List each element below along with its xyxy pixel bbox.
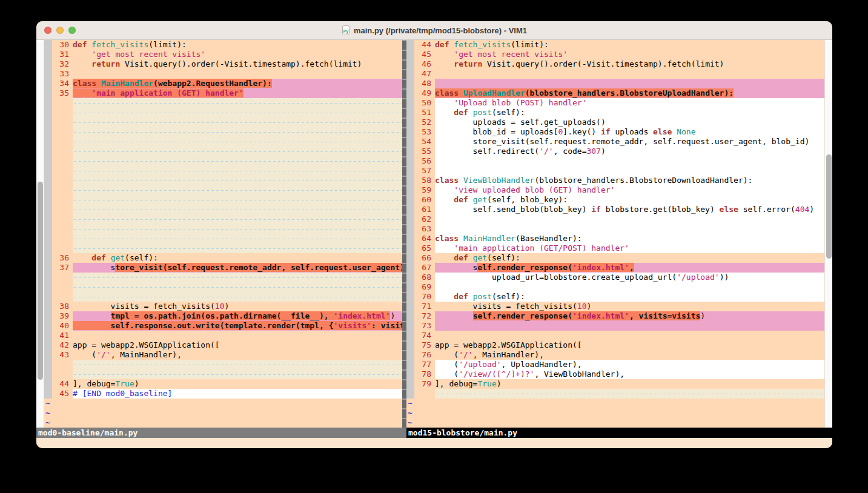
fold-column-cell (406, 214, 414, 224)
close-button[interactable] (44, 27, 51, 34)
window-title-group: Py main.py (/private/tmp/mod15-blobstore… (342, 25, 527, 35)
code-text (73, 69, 402, 79)
code-line[interactable]: 78 ('/view/([^/]+)?', ViewBlobHandler), (406, 369, 824, 379)
code-line[interactable]: 65 'main application (GET/POST) handler' (406, 243, 824, 253)
code-line[interactable]: 62 (406, 214, 824, 224)
code-line[interactable]: 36 def get(self): (44, 253, 402, 263)
code-line[interactable]: 51 def post(self): (406, 108, 824, 117)
code-line[interactable]: 44def fetch_visits(limit): (406, 40, 824, 50)
code-text: def post(self): (435, 292, 824, 302)
code-line[interactable]: 48 (406, 79, 824, 88)
code-line[interactable]: 43 ('/', MainHandler), (44, 350, 402, 360)
line-number (52, 156, 73, 166)
left-pane-buffer[interactable]: 30def fetch_visits(limit):31 'get most r… (44, 40, 402, 428)
code-line[interactable]: 71 visits = fetch_visits(10) (406, 302, 824, 311)
code-line[interactable]: 35 'main application (GET) handler' (44, 88, 402, 98)
fold-column-cell (44, 234, 52, 243)
code-line[interactable]: 37 store_visit(self.request.remote_addr,… (44, 263, 402, 273)
diff-filler-line: ----------------------------------------… (44, 195, 402, 205)
code-line[interactable]: 55 self.redirect('/', code=307) (406, 147, 824, 156)
fold-column-cell (44, 331, 52, 340)
code-line[interactable]: 69 (406, 282, 824, 292)
diff-filler-line: ----------------------------------------… (44, 156, 402, 166)
line-number: 63 (414, 224, 435, 234)
right-pane-buffer[interactable]: 44def fetch_visits(limit):45 'get most r… (406, 40, 824, 428)
code-text: upload_url=blobstore.create_upload_url('… (435, 273, 824, 282)
line-number (52, 292, 73, 302)
code-line[interactable]: 56 (406, 156, 824, 166)
minimize-button[interactable] (56, 27, 64, 34)
left-scrollbar-thumb[interactable] (38, 182, 43, 380)
title-bar[interactable]: Py main.py (/private/tmp/mod15-blobstore… (36, 21, 832, 40)
line-number: 47 (414, 69, 435, 79)
fold-column-cell (44, 369, 52, 379)
code-text: class MainHandler(BaseHandler): (435, 234, 824, 243)
code-line[interactable]: 58class ViewBlobHandler(blobstore_handle… (406, 176, 824, 185)
code-line[interactable]: 40 self.response.out.write(template.rend… (44, 321, 402, 331)
code-line[interactable]: 74 (406, 331, 824, 340)
fold-column-cell (406, 360, 414, 369)
code-text: app = webapp2.WSGIApplication([ (435, 340, 824, 350)
code-line[interactable]: 45# [END mod0_baseline] (44, 389, 402, 399)
code-line[interactable]: 63 (406, 224, 824, 234)
code-line[interactable]: 44], debug=True) (44, 379, 402, 389)
code-line[interactable]: 77 ('/upload', UploadHandler), (406, 360, 824, 369)
code-line[interactable]: 32 return Visit.query().order(-Visit.tim… (44, 59, 402, 69)
code-line[interactable]: 59 'view uploaded blob (GET) handler' (406, 185, 824, 195)
code-text: visits = fetch_visits(10) (435, 302, 824, 311)
code-line[interactable]: 49class UploadHandler(blobstore_handlers… (406, 88, 824, 98)
code-line[interactable]: 67 self.render_response('index.html', (406, 263, 824, 273)
code-line[interactable]: 34class MainHandler(webapp2.RequestHandl… (44, 79, 402, 88)
line-number (52, 360, 73, 369)
traffic-lights (44, 21, 76, 39)
code-line[interactable]: 54 store_visit(self.request.remote_addr,… (406, 137, 824, 147)
code-line[interactable]: 60 def get(self, blob_key): (406, 195, 824, 205)
code-line[interactable]: 33 (44, 69, 402, 79)
code-line[interactable]: 46 return Visit.query().order(-Visit.tim… (406, 59, 824, 69)
command-line[interactable] (36, 438, 832, 448)
line-number (52, 127, 73, 137)
code-line[interactable]: 76 ('/', MainHandler), (406, 350, 824, 360)
line-number: 61 (414, 205, 435, 214)
fold-column-cell (44, 185, 52, 195)
code-line[interactable]: 38 visits = fetch_visits(10) (44, 302, 402, 311)
code-line[interactable]: 42app = webapp2.WSGIApplication([ (44, 340, 402, 350)
code-line[interactable]: 50 'Upload blob (POST) handler' (406, 98, 824, 108)
line-number: 31 (52, 50, 73, 59)
filler-dashes: ----------------------------------------… (73, 108, 402, 117)
code-line[interactable]: 39 tmpl = os.path.join(os.path.dirname(_… (44, 311, 402, 321)
code-line[interactable]: 53 blob_id = uploads[0].key() if uploads… (406, 127, 824, 137)
line-number (52, 185, 73, 195)
line-number: 64 (414, 234, 435, 243)
right-scrollbar[interactable] (824, 40, 832, 428)
fold-column-cell (406, 127, 414, 137)
right-scrollbar-thumb[interactable] (826, 154, 832, 259)
code-line[interactable]: 41 (44, 331, 402, 340)
code-line[interactable]: 79], debug=True) (406, 379, 824, 389)
code-line[interactable]: 64class MainHandler(BaseHandler): (406, 234, 824, 243)
filler-dashes: ----------------------------------------… (73, 176, 402, 185)
code-line[interactable]: 30def fetch_visits(limit): (44, 40, 402, 50)
code-line[interactable]: 68 upload_url=blobstore.create_upload_ur… (406, 273, 824, 282)
code-line[interactable]: 31 'get most recent visits' (44, 50, 402, 59)
fold-column-cell (44, 176, 52, 185)
code-line[interactable]: 57 (406, 166, 824, 176)
code-line[interactable]: 61 self.send_blob(blob_key) if blobstore… (406, 205, 824, 214)
code-line[interactable]: 73 (406, 321, 824, 331)
code-line[interactable]: 75app = webapp2.WSGIApplication([ (406, 340, 824, 350)
code-line[interactable]: 70 def post(self): (406, 292, 824, 302)
code-text (73, 331, 402, 340)
fold-column-cell (44, 88, 52, 98)
vertical-splitter[interactable] (402, 40, 406, 428)
code-line[interactable]: 72 self.render_response('index.html', vi… (406, 311, 824, 321)
left-scrollbar[interactable] (36, 40, 44, 428)
code-text: class UploadHandler(blobstore_handlers.B… (435, 88, 824, 98)
zoom-button[interactable] (68, 27, 76, 34)
fold-column-cell (406, 59, 414, 69)
code-line[interactable]: 66 def get(self): (406, 253, 824, 263)
line-number: 62 (414, 214, 435, 224)
code-line[interactable]: 47 (406, 69, 824, 79)
line-number: 35 (52, 88, 73, 98)
code-line[interactable]: 52 uploads = self.get_uploads() (406, 117, 824, 127)
code-line[interactable]: 45 'get most recent visits' (406, 50, 824, 59)
